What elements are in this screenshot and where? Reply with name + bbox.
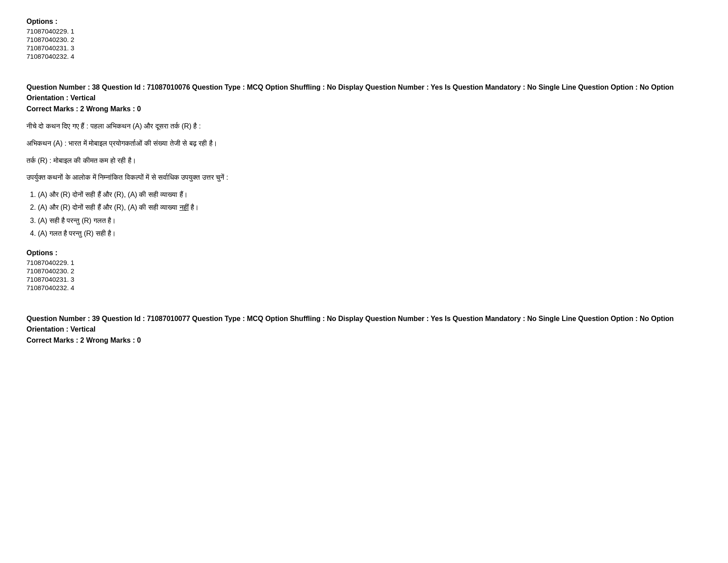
option-line-1: 71087040229. 1 (26, 27, 702, 35)
question-38-body-3: तर्क (R) : मोबाइल की कीमत कम हो रही है। (26, 155, 702, 167)
question-38-body-1: नीचे दो कथन दिए गए हैं : पहला अभिकथन (A)… (26, 120, 702, 133)
q38-option-line-4: 71087040232. 4 (26, 284, 702, 291)
option-line-2: 71087040230. 2 (26, 36, 702, 43)
q38-options-label: Options : (26, 249, 702, 257)
numbered-option-2: 2. (A) और (R) दोनों सही हैं और (R), (A) … (26, 201, 702, 213)
top-options-section: Options : 71087040229. 1 71087040230. 2 … (26, 18, 702, 60)
numbered-option-3: 3. (A) सही है परन्तु (R) गलत है। (26, 215, 702, 227)
q38-option-line-2: 71087040230. 2 (26, 267, 702, 275)
option-line-3: 71087040231. 3 (26, 44, 702, 52)
q38-option-line-1: 71087040229. 1 (26, 259, 702, 266)
numbered-option-4: 4. (A) गलत है परन्तु (R) सही है। (26, 227, 702, 239)
question-38-header: Question Number : 38 Question Id : 71087… (26, 82, 702, 103)
top-options-label: Options : (26, 18, 702, 26)
question-38-section: Question Number : 38 Question Id : 71087… (26, 82, 702, 291)
question-39-header: Question Number : 39 Question Id : 71087… (26, 314, 702, 335)
option-line-4: 71087040232. 4 (26, 53, 702, 60)
question-39-marks: Correct Marks : 2 Wrong Marks : 0 (26, 336, 702, 344)
underline-nahi: नहीं (180, 204, 189, 211)
question-38-body-4: उपर्युक्त कथनों के आलोक में निम्नांकित व… (26, 171, 702, 184)
question-39-section: Question Number : 39 Question Id : 71087… (26, 314, 702, 344)
numbered-option-1: 1. (A) और (R) दोनों सही हैं और (R), (A) … (26, 189, 702, 200)
q38-option-line-3: 71087040231. 3 (26, 276, 702, 283)
question-38-body-2: अभिकथन (A) : भारत में मोबाइल प्रयोगकर्ता… (26, 137, 702, 150)
question-38-marks: Correct Marks : 2 Wrong Marks : 0 (26, 105, 702, 113)
